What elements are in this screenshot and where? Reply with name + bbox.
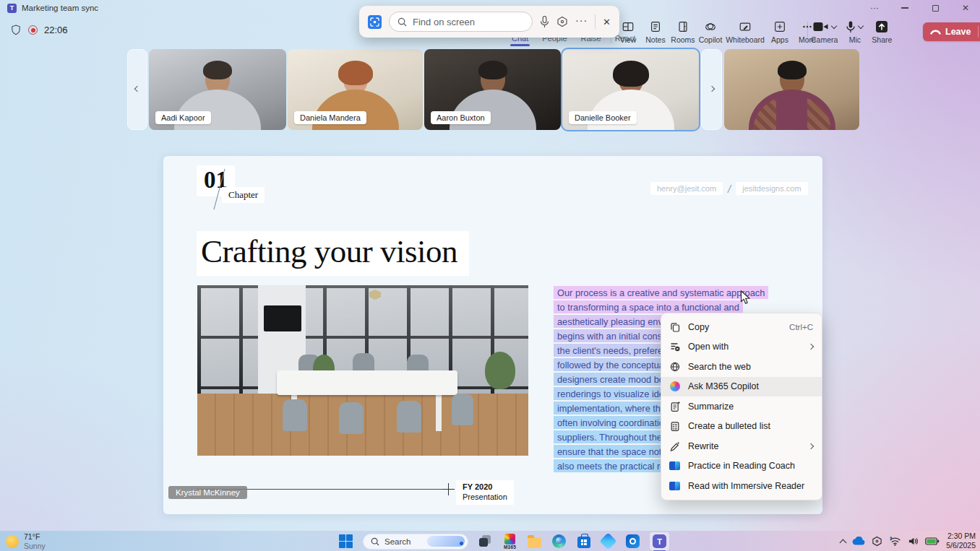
author-badge: Krystal McKinney: [168, 486, 247, 499]
voice-search-icon[interactable]: [540, 16, 549, 28]
maximize-button[interactable]: [925, 1, 945, 15]
footer-title: FY 2020: [463, 482, 507, 493]
apps-button[interactable]: Apps: [766, 19, 794, 44]
tray-expand-chevron-icon[interactable]: [840, 539, 847, 546]
bulleted-list-icon: [669, 420, 681, 432]
tray-time: 2:30 PM: [946, 532, 976, 541]
wifi-icon[interactable]: [889, 537, 901, 546]
rewrite-icon: [669, 441, 681, 452]
menu-item-open-with[interactable]: Open with: [661, 337, 822, 357]
start-button[interactable]: [338, 534, 353, 549]
teams-window-icon: T: [7, 4, 17, 13]
whiteboard-icon: [739, 20, 752, 33]
participant-name: Danielle Booker: [569, 111, 637, 124]
m365-app-button[interactable]: M365: [502, 534, 517, 549]
screen-search-icon: [368, 15, 382, 29]
open-with-icon: [669, 341, 681, 352]
battery-icon[interactable]: [925, 537, 940, 545]
teams-app-button[interactable]: T: [650, 532, 669, 550]
rooms-button[interactable]: Rooms: [669, 19, 697, 44]
store-button[interactable]: [576, 534, 591, 549]
share-button[interactable]: Share: [872, 19, 892, 44]
whiteboard-button[interactable]: Whiteboard: [724, 19, 766, 44]
teams-icon: T: [653, 534, 666, 548]
copilot-icon: [669, 381, 681, 391]
mic-button[interactable]: Mic: [846, 19, 863, 44]
minimize-button[interactable]: [895, 1, 915, 15]
submenu-chevron-icon: [808, 344, 814, 350]
leave-button[interactable]: Leave: [923, 22, 980, 41]
security-icon[interactable]: [872, 536, 882, 547]
participant-name: Aaron Buxton: [431, 111, 491, 124]
weather-condition: Sunny: [24, 542, 46, 551]
m365-icon: [504, 534, 515, 545]
onedrive-cloud-icon[interactable]: [852, 537, 865, 545]
notes-button[interactable]: Notes: [642, 19, 669, 44]
menu-item-copy[interactable]: Copy Ctrl+C: [661, 317, 822, 337]
copilot-icon: [704, 20, 717, 33]
chevron-left-icon: [134, 85, 140, 91]
rooms-icon: [676, 20, 689, 33]
meeting-timer: 22:06: [44, 25, 68, 35]
carousel-next-button[interactable]: [701, 49, 722, 130]
menu-item-practice-reading-coach[interactable]: Practice in Reading Coach: [661, 456, 822, 477]
slide-contact-info: henry@jesit.com / jesitdesigns.com: [650, 182, 808, 195]
menu-item-ask-m365-copilot[interactable]: Ask M365 Copilot: [661, 377, 822, 397]
find-placeholder: Find on screen: [413, 17, 475, 27]
notes-icon: [649, 20, 662, 33]
chevron-right-icon: [708, 85, 714, 91]
email-separator: /: [728, 183, 731, 195]
speaker-icon[interactable]: [908, 537, 919, 546]
task-view-icon: [479, 535, 491, 547]
camera-button[interactable]: Camera: [811, 19, 838, 44]
submenu-chevron-icon: [808, 443, 814, 449]
video-tile[interactable]: Aadi Kapoor: [149, 49, 286, 130]
copilot-icon: [599, 532, 616, 550]
settings-icon[interactable]: [556, 16, 568, 27]
edge-button[interactable]: [551, 534, 567, 549]
outlook-icon: [626, 534, 640, 548]
weather-widget[interactable]: 71°F Sunny: [6, 532, 46, 550]
overlay-close-icon[interactable]: ✕: [603, 17, 611, 27]
find-search-input[interactable]: Find on screen: [389, 12, 533, 32]
overlay-more-icon[interactable]: ···: [575, 14, 588, 26]
menu-item-read-immersive-reader[interactable]: Read with Immersive Reader: [661, 476, 822, 496]
store-icon: [577, 537, 590, 548]
recording-indicator-icon: [28, 25, 38, 35]
video-tile[interactable]: [724, 49, 859, 130]
menu-item-search-the-web[interactable]: Search the web: [661, 357, 822, 377]
context-menu: Copy Ctrl+C Open with Search the web Ask…: [661, 313, 822, 500]
carousel-prev-button[interactable]: [127, 49, 147, 130]
window-more-button[interactable]: ···: [864, 1, 885, 15]
file-explorer-button[interactable]: [527, 534, 542, 549]
copilot-app-button[interactable]: [601, 534, 616, 549]
video-tile[interactable]: Danielle Booker: [562, 49, 699, 130]
taskbar-search-input[interactable]: Search: [363, 534, 468, 550]
outlook-button[interactable]: [625, 534, 640, 549]
menu-item-rewrite[interactable]: Rewrite: [661, 436, 822, 456]
mic-options-chevron-icon[interactable]: [858, 22, 864, 28]
menu-item-create-bulleted-list[interactable]: Create a bulleted list: [661, 417, 822, 437]
participant-name: Aadi Kapoor: [155, 111, 211, 124]
share-icon: [875, 20, 888, 33]
summarize-icon: [669, 401, 681, 412]
video-tile[interactable]: Daniela Mandera: [288, 49, 423, 130]
tray-clock[interactable]: 2:30 PM 5/6/2025: [946, 532, 976, 550]
participant-name: Daniela Mandera: [294, 111, 366, 124]
copy-icon: [669, 321, 681, 333]
search-icon: [397, 17, 407, 27]
tv-screen: [264, 305, 301, 331]
close-button[interactable]: ✕: [955, 1, 976, 15]
camera-options-chevron-icon[interactable]: [830, 22, 836, 28]
folder-icon: [528, 537, 541, 548]
video-tile[interactable]: Aaron Buxton: [424, 49, 561, 130]
mic-icon: [846, 21, 855, 33]
highlighted-line: to transforming a space into a functiona…: [554, 300, 743, 313]
windows-logo-icon: [339, 534, 353, 548]
menu-item-summarize[interactable]: Summarize: [661, 396, 822, 417]
sun-icon: [6, 535, 19, 548]
task-view-button[interactable]: [478, 534, 493, 549]
desktop: T Marketing team sync ··· ✕ 22:06 Chat P…: [0, 0, 980, 551]
copilot-button[interactable]: Copilot: [697, 19, 724, 44]
search-web-icon: [669, 361, 681, 373]
